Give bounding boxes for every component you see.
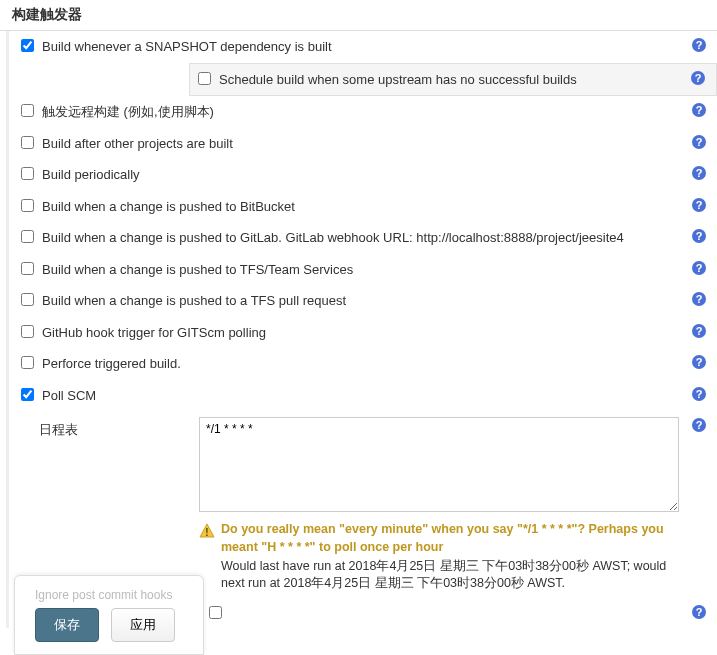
trigger-perforce-checkbox[interactable] (21, 356, 34, 369)
help-icon[interactable]: ? (690, 70, 706, 86)
section-title: 构建触发器 (0, 0, 717, 31)
help-icon[interactable]: ? (691, 386, 707, 402)
warning-icon: ! (199, 523, 215, 545)
trigger-periodic-label: Build periodically (42, 165, 709, 185)
schedule-upstream-row: Schedule build when some upstream has no… (189, 63, 717, 97)
schedule-warning: ! Do you really mean "every minute" when… (199, 521, 679, 556)
trigger-gitlab-checkbox[interactable] (21, 230, 34, 243)
schedule-warning-text: Do you really mean "every minute" when y… (221, 521, 679, 556)
help-icon[interactable]: ? (691, 417, 707, 433)
help-icon[interactable]: ? (691, 165, 707, 181)
svg-text:?: ? (696, 293, 703, 305)
svg-text:!: ! (205, 527, 208, 538)
trigger-bitbucket-label: Build when a change is pushed to BitBuck… (42, 197, 709, 217)
help-icon[interactable]: ? (691, 37, 707, 53)
svg-text:?: ? (696, 39, 703, 51)
trigger-remote-row: 触发远程构建 (例如,使用脚本) ? (9, 96, 717, 128)
trigger-github-row: GitHub hook trigger for GITScm polling ? (9, 317, 717, 349)
footer-ghost-text: Ignore post commit hooks (35, 588, 183, 602)
trigger-snapshot-label: Build whenever a SNAPSHOT dependency is … (42, 37, 709, 57)
trigger-tfs-checkbox[interactable] (21, 262, 34, 275)
help-icon[interactable]: ? (691, 197, 707, 213)
trigger-perforce-row: Perforce triggered build. ? (9, 348, 717, 380)
apply-button[interactable]: 应用 (111, 608, 175, 642)
trigger-bitbucket-row: Build when a change is pushed to BitBuck… (9, 191, 717, 223)
help-icon[interactable]: ? (691, 134, 707, 150)
svg-text:?: ? (696, 325, 703, 337)
trigger-tfspr-row: Build when a change is pushed to a TFS p… (9, 285, 717, 317)
schedule-upstream-label: Schedule build when some upstream has no… (219, 70, 708, 90)
footer-actions: Ignore post commit hooks 保存 应用 (14, 575, 204, 655)
trigger-github-checkbox[interactable] (21, 325, 34, 338)
svg-text:?: ? (696, 262, 703, 274)
svg-text:?: ? (696, 167, 703, 179)
schedule-row: 日程表 ! Do you really mean "every minute" … (9, 411, 717, 598)
schedule-detail: Would last have run at 2018年4月25日 星期三 下午… (199, 558, 679, 592)
trigger-snapshot-row: Build whenever a SNAPSHOT dependency is … (9, 31, 717, 63)
trigger-tfs-row: Build when a change is pushed to TFS/Tea… (9, 254, 717, 286)
trigger-gitlab-row: Build when a change is pushed to GitLab.… (9, 222, 717, 254)
svg-text:?: ? (696, 388, 703, 400)
trigger-remote-checkbox[interactable] (21, 104, 34, 117)
trigger-pollscm-row: Poll SCM ? (9, 380, 717, 412)
trigger-after-row: Build after other projects are built ? (9, 128, 717, 160)
trigger-remote-label: 触发远程构建 (例如,使用脚本) (42, 102, 709, 122)
svg-text:?: ? (696, 230, 703, 242)
trigger-perforce-label: Perforce triggered build. (42, 354, 709, 374)
save-button[interactable]: 保存 (35, 608, 99, 642)
svg-text:?: ? (696, 419, 703, 431)
trigger-periodic-checkbox[interactable] (21, 167, 34, 180)
help-icon[interactable]: ? (691, 291, 707, 307)
schedule-input[interactable] (199, 417, 679, 512)
trigger-pollscm-checkbox[interactable] (21, 388, 34, 401)
help-icon[interactable]: ? (691, 604, 707, 620)
ignore-hooks-checkbox[interactable] (209, 606, 222, 619)
trigger-snapshot-checkbox[interactable] (21, 39, 34, 52)
schedule-upstream-checkbox[interactable] (198, 72, 211, 85)
svg-text:?: ? (696, 356, 703, 368)
help-icon[interactable]: ? (691, 260, 707, 276)
trigger-periodic-row: Build periodically ? (9, 159, 717, 191)
schedule-label: 日程表 (39, 417, 199, 439)
trigger-after-label: Build after other projects are built (42, 134, 709, 154)
trigger-tfspr-checkbox[interactable] (21, 293, 34, 306)
trigger-after-checkbox[interactable] (21, 136, 34, 149)
trigger-gitlab-label: Build when a change is pushed to GitLab.… (42, 228, 709, 248)
help-icon[interactable]: ? (691, 102, 707, 118)
help-icon[interactable]: ? (691, 354, 707, 370)
trigger-tfs-label: Build when a change is pushed to TFS/Tea… (42, 260, 709, 280)
trigger-pollscm-label: Poll SCM (42, 386, 709, 406)
svg-text:?: ? (696, 199, 703, 211)
svg-text:?: ? (696, 606, 703, 618)
help-icon[interactable]: ? (691, 323, 707, 339)
trigger-bitbucket-checkbox[interactable] (21, 199, 34, 212)
svg-text:?: ? (696, 104, 703, 116)
help-icon[interactable]: ? (691, 228, 707, 244)
trigger-tfspr-label: Build when a change is pushed to a TFS p… (42, 291, 709, 311)
triggers-section: Build whenever a SNAPSHOT dependency is … (6, 31, 717, 628)
svg-text:?: ? (696, 136, 703, 148)
trigger-github-label: GitHub hook trigger for GITScm polling (42, 323, 709, 343)
svg-text:?: ? (695, 72, 702, 84)
